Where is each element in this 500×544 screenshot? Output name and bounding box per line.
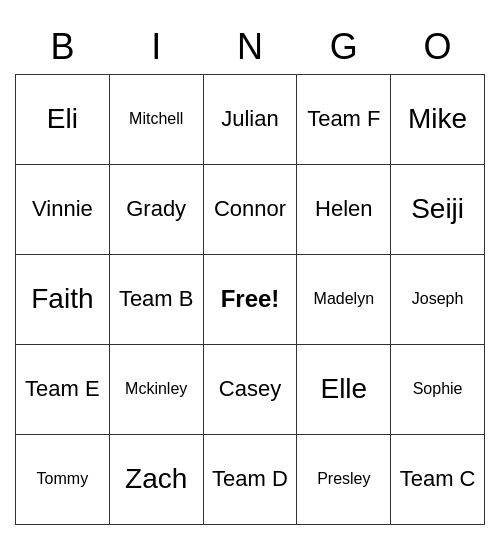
bingo-cell-2-0: Faith — [16, 254, 110, 344]
bingo-row-0: EliMitchellJulianTeam FMike — [16, 74, 485, 164]
bingo-cell-3-3: Elle — [297, 344, 391, 434]
bingo-cell-4-3: Presley — [297, 434, 391, 524]
bingo-cell-4-4: Team C — [391, 434, 485, 524]
bingo-cell-2-1: Team B — [109, 254, 203, 344]
bingo-cell-2-2: Free! — [203, 254, 297, 344]
bingo-cell-0-3: Team F — [297, 74, 391, 164]
bingo-cell-0-4: Mike — [391, 74, 485, 164]
bingo-header-row: BINGO — [16, 20, 485, 75]
bingo-row-2: FaithTeam BFree!MadelynJoseph — [16, 254, 485, 344]
bingo-cell-1-3: Helen — [297, 164, 391, 254]
header-letter-i: I — [109, 20, 203, 75]
bingo-cell-3-1: Mckinley — [109, 344, 203, 434]
header-letter-b: B — [16, 20, 110, 75]
header-letter-o: O — [391, 20, 485, 75]
bingo-cell-1-2: Connor — [203, 164, 297, 254]
bingo-cell-3-2: Casey — [203, 344, 297, 434]
bingo-cell-3-0: Team E — [16, 344, 110, 434]
bingo-cell-1-4: Seiji — [391, 164, 485, 254]
bingo-cell-0-0: Eli — [16, 74, 110, 164]
bingo-cell-4-1: Zach — [109, 434, 203, 524]
bingo-cell-2-4: Joseph — [391, 254, 485, 344]
bingo-card: BINGO EliMitchellJulianTeam FMikeVinnieG… — [15, 20, 485, 525]
bingo-row-3: Team EMckinleyCaseyElleSophie — [16, 344, 485, 434]
bingo-cell-1-0: Vinnie — [16, 164, 110, 254]
bingo-cell-4-2: Team D — [203, 434, 297, 524]
header-letter-g: G — [297, 20, 391, 75]
header-letter-n: N — [203, 20, 297, 75]
bingo-cell-3-4: Sophie — [391, 344, 485, 434]
bingo-cell-4-0: Tommy — [16, 434, 110, 524]
bingo-body: EliMitchellJulianTeam FMikeVinnieGradyCo… — [16, 74, 485, 524]
bingo-row-4: TommyZachTeam DPresleyTeam C — [16, 434, 485, 524]
bingo-cell-2-3: Madelyn — [297, 254, 391, 344]
bingo-cell-0-2: Julian — [203, 74, 297, 164]
bingo-cell-1-1: Grady — [109, 164, 203, 254]
bingo-cell-0-1: Mitchell — [109, 74, 203, 164]
bingo-row-1: VinnieGradyConnorHelenSeiji — [16, 164, 485, 254]
